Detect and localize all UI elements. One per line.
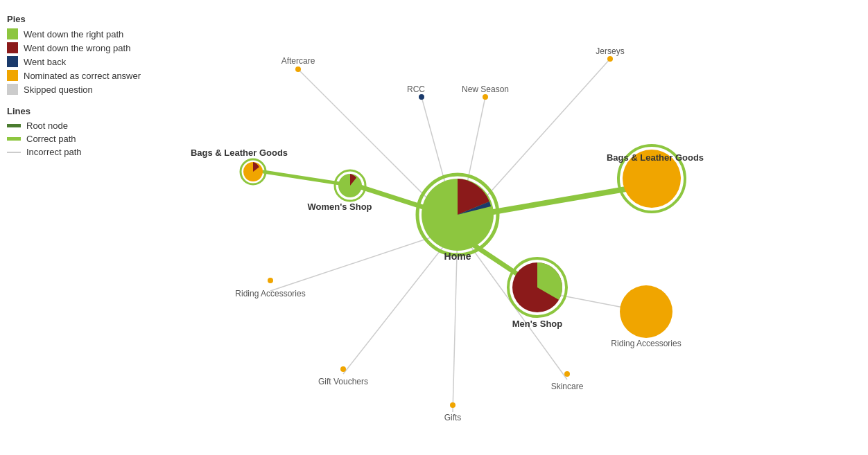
node-new-season-dot[interactable]	[483, 94, 488, 100]
label-riding-left: Riding Accessories	[235, 289, 305, 298]
label-new-season: New Season	[462, 84, 509, 94]
node-skincare-dot[interactable]	[564, 371, 570, 377]
label-mens: Men's Shop	[512, 319, 562, 329]
label-home: Home	[444, 251, 471, 262]
node-jerseys-dot[interactable]	[607, 56, 613, 62]
line-womens-bags-left	[263, 172, 340, 184]
line-home-riding-left	[270, 229, 458, 291]
label-skincare: Skincare	[551, 382, 584, 391]
label-bags-left: Bags & Leather Goods	[191, 148, 288, 158]
label-rcc: RCC	[407, 84, 425, 94]
node-gift-vouchers-dot[interactable]	[340, 366, 346, 372]
node-rcc-dot[interactable]	[419, 94, 424, 100]
label-womens: Women's Shop	[307, 202, 372, 212]
label-gifts: Gifts	[444, 413, 462, 422]
label-riding-right: Riding Accessories	[611, 339, 681, 348]
node-riding-right-circle[interactable]	[620, 285, 672, 338]
node-aftercare-dot[interactable]	[295, 66, 301, 72]
label-bags-right: Bags & Leather Goods	[607, 152, 704, 163]
node-gifts-dot[interactable]	[450, 402, 455, 408]
label-jerseys: Jerseys	[596, 46, 624, 56]
network-graph: Aftercare RCC New Season Jerseys Bags & …	[0, 0, 868, 455]
label-gift-vouchers: Gift Vouchers	[318, 377, 368, 386]
node-riding-left-dot[interactable]	[268, 278, 273, 283]
line-home-bags-right	[485, 187, 638, 213]
label-aftercare: Aftercare	[281, 56, 315, 66]
